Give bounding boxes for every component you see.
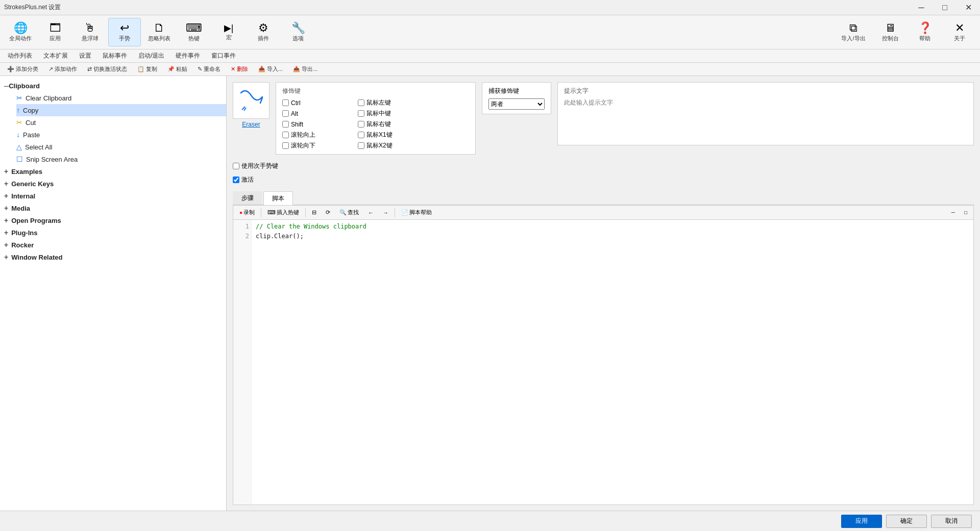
mouse-middle-input[interactable] (358, 110, 364, 117)
menu-startup[interactable]: 启动/退出 (133, 49, 170, 62)
shift-checkbox[interactable]: Shift (282, 120, 354, 129)
tree-group-generic-keys[interactable]: + Generic Keys (0, 178, 226, 190)
add-group-icon: ➕ (7, 66, 14, 72)
menu-mouse-event[interactable]: 鼠标事件 (97, 49, 133, 62)
tree-group-plug-ins[interactable]: + Plug-Ins (0, 226, 226, 239)
scroll-down-input[interactable] (282, 142, 289, 149)
toolbar-global-actions[interactable]: 🌐 全局动作 (4, 18, 37, 46)
toolbar-console[interactable]: 🖥 控制台 (874, 18, 906, 46)
toolbar-about[interactable]: ✕ 关于 (943, 18, 976, 46)
mouse-right-checkbox[interactable]: 鼠标右键 (358, 120, 414, 129)
mouse-x2-input[interactable] (358, 142, 364, 149)
capture-select[interactable]: 两者 仅左 仅右 (488, 98, 545, 110)
ctrl-label: Ctrl (291, 99, 301, 107)
ok-button[interactable]: 确定 (886, 515, 927, 528)
mouse-right-input[interactable] (358, 121, 364, 128)
arrow-left-button[interactable]: ← (365, 209, 377, 217)
import-button[interactable]: 📥 导入... (254, 64, 287, 74)
settings-top-row: Eraser 修饰键 Ctrl 鼠标左键 (233, 82, 974, 155)
scroll-up-checkbox[interactable]: 滚轮向上 (282, 131, 354, 139)
macro-icon: ▶| (224, 23, 234, 33)
plus-icon-rocker: + (4, 241, 8, 249)
tree-item-cut[interactable]: ✂ Cut (16, 116, 226, 129)
plugin-icon: ⚙ (258, 22, 268, 34)
toolbar-help[interactable]: ❓ 帮助 (909, 18, 941, 46)
alt-input[interactable] (282, 110, 289, 117)
maximize-editor-button[interactable]: □ (961, 209, 970, 216)
add-group-button[interactable]: ➕ 添加分类 (3, 64, 42, 74)
rename-button[interactable]: ✎ 重命名 (193, 64, 225, 74)
tree-group-examples[interactable]: + Examples (0, 165, 226, 178)
ctrl-checkbox[interactable]: Ctrl (282, 98, 354, 107)
mouse-left-checkbox[interactable]: 鼠标左键 (358, 98, 414, 107)
delete-button[interactable]: ✕ 删除 (227, 64, 252, 74)
mouse-x1-input[interactable] (358, 132, 364, 138)
apply-button[interactable]: 应用 (841, 515, 882, 528)
export-button[interactable]: 📤 导出... (289, 64, 322, 74)
tree-item-clear-clipboard[interactable]: ✂ Clear Clipboard (16, 92, 226, 104)
menu-window-event[interactable]: 窗口事件 (206, 49, 241, 62)
record-button[interactable]: ● 录制 (236, 208, 258, 217)
tab-steps[interactable]: 步骤 (233, 191, 262, 205)
maximize-button[interactable]: □ (933, 0, 957, 15)
mouse-middle-checkbox[interactable]: 鼠标中键 (358, 109, 414, 118)
script-help-button[interactable]: 📄 脚本帮助 (398, 208, 435, 217)
hint-title: 提示文字 (564, 87, 967, 95)
tab-script[interactable]: 脚本 (263, 191, 293, 205)
copy-button[interactable]: 📋 复制 (133, 64, 161, 74)
toolbar-option[interactable]: 🔧 选项 (282, 18, 314, 46)
mouse-x2-checkbox[interactable]: 鼠标X2键 (358, 141, 414, 150)
toolbar-macro[interactable]: ▶| 宏 (212, 18, 245, 46)
find-button[interactable]: 🔍 查找 (336, 208, 362, 217)
tree-group-open-programs[interactable]: + Open Programs (0, 214, 226, 226)
activate-checkbox[interactable] (233, 176, 239, 183)
tree-item-copy[interactable]: ↑ Copy (16, 104, 226, 116)
add-action-button[interactable]: ↗ 添加动作 (44, 64, 81, 74)
close-button[interactable]: ✕ (957, 0, 980, 15)
mouse-x1-checkbox[interactable]: 鼠标X1键 (358, 131, 414, 139)
alt-checkbox[interactable]: Alt (282, 109, 354, 118)
mouse-left-input[interactable] (358, 99, 364, 106)
toolbar-hotkey[interactable]: ⌨ 热键 (178, 18, 210, 46)
tree-group-window-related[interactable]: + Window Related (0, 251, 226, 263)
hint-textarea[interactable] (564, 98, 967, 139)
paste-button[interactable]: 📌 粘贴 (163, 64, 191, 74)
menu-text-expand[interactable]: 文本扩展 (38, 49, 74, 62)
tree-item-select-all[interactable]: △ Select All (16, 141, 226, 153)
tree-group-rocker[interactable]: + Rocker (0, 239, 226, 251)
secondary-hotkey-row[interactable]: 使用次手势键 (233, 162, 278, 170)
menu-action-list[interactable]: 动作列表 (2, 49, 38, 62)
shift-input[interactable] (282, 121, 289, 128)
ctrl-input[interactable] (282, 99, 289, 106)
cancel-button[interactable]: 取消 (931, 515, 972, 528)
minimize-editor-button[interactable]: ─ (948, 209, 958, 216)
find-icon: 🔍 (339, 209, 347, 216)
menu-hardware-event[interactable]: 硬件事件 (170, 49, 206, 62)
gesture-name[interactable]: Eraser (242, 121, 260, 128)
scroll-up-input[interactable] (282, 132, 289, 138)
menu-settings[interactable]: 设置 (74, 49, 97, 62)
activate-checkbox-row[interactable]: 激活 (233, 175, 254, 184)
arrow-right-button[interactable]: → (380, 209, 391, 217)
secondary-hotkey-checkbox[interactable] (233, 163, 239, 169)
script-btn-2[interactable]: ⟳ (323, 208, 333, 217)
insert-hotkey-button[interactable]: ⌨ 插入热键 (264, 208, 302, 217)
toolbar-import-export[interactable]: ⧉ 导入/导出 (835, 18, 872, 46)
tree-item-paste[interactable]: ↓ Paste (16, 129, 226, 141)
tree-group-clipboard[interactable]: ─ Clipboard (0, 80, 226, 92)
toolbar-gesture[interactable]: ↩ 手势 (108, 18, 141, 46)
code-area[interactable]: // Clear the Windows clipboard clip.Clea… (252, 220, 973, 504)
rename-icon: ✎ (198, 66, 202, 72)
toggle-active-button[interactable]: ⇄ 切换激活状态 (83, 64, 131, 74)
script-btn-1[interactable]: ⊟ (309, 208, 320, 217)
scroll-down-checkbox[interactable]: 滚轮向下 (282, 141, 354, 150)
tree-group-internal[interactable]: + Internal (0, 190, 226, 202)
tree-item-snip-screen[interactable]: ☐ Snip Screen Area (16, 153, 226, 165)
toolbar-app[interactable]: 🗔 应用 (39, 18, 71, 46)
toolbar-plugin[interactable]: ⚙ 插件 (247, 18, 280, 46)
toolbar-ignore[interactable]: 🗋 忽略列表 (143, 18, 176, 46)
mouse-right-label: 鼠标右键 (366, 120, 391, 129)
tree-group-media[interactable]: + Media (0, 202, 226, 214)
toolbar-hover[interactable]: 🖱 悬浮球 (74, 18, 106, 46)
minimize-button[interactable]: ─ (910, 0, 933, 15)
